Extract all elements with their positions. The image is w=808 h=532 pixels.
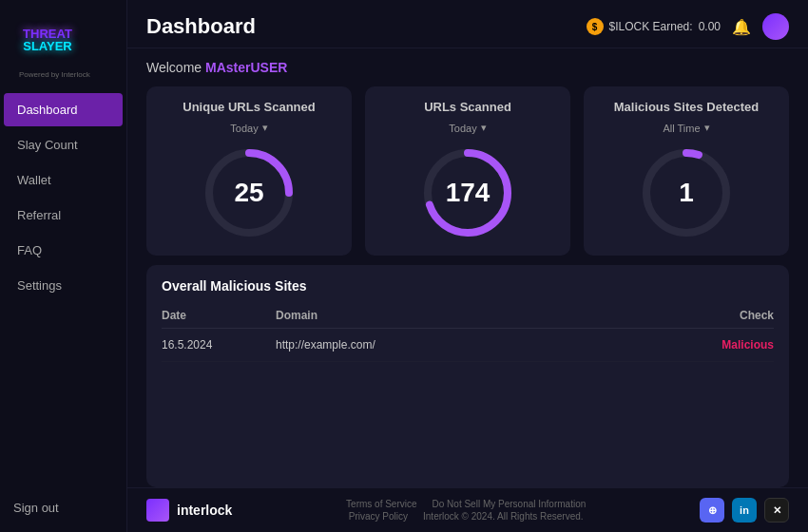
- table-header: Date Domain Check: [162, 303, 774, 329]
- main-content: Dashboard $ $ILOCK Earned: 0.00 🔔 Welcom…: [127, 0, 808, 532]
- linkedin-button[interactable]: in: [732, 498, 757, 522]
- stat-card-urls: URLs Scanned Today ▾ 174: [365, 86, 570, 256]
- ilock-earned: $ $ILOCK Earned: 0.00: [587, 18, 721, 35]
- table-row: 16.5.2024 http://example.com/ Malicious: [162, 329, 774, 362]
- powered-by-label: Powered by Interlock: [10, 68, 117, 86]
- stat-filter-unique-urls[interactable]: Today ▾: [230, 122, 267, 134]
- welcome-message: Welcome MAsterUSER: [127, 48, 808, 83]
- stat-title-unique-urls: Unique URLs Scanned: [183, 100, 315, 114]
- footer-logo-icon: [146, 499, 169, 522]
- x-button[interactable]: ✕: [764, 498, 789, 522]
- footer-socials: ⊕ in ✕: [700, 498, 789, 522]
- chevron-down-icon: ▾: [481, 122, 487, 134]
- malicious-sites-title: Overall Malicious Sites: [162, 278, 774, 294]
- welcome-username: MAsterUSER: [205, 60, 287, 75]
- bell-icon[interactable]: 🔔: [732, 18, 751, 36]
- header: Dashboard $ $ILOCK Earned: 0.00 🔔: [127, 0, 808, 48]
- stat-filter-malicious[interactable]: All Time ▾: [663, 122, 709, 134]
- terms-link[interactable]: Terms of Service: [346, 499, 416, 509]
- stat-value-malicious: 1: [679, 178, 694, 208]
- welcome-prefix: Welcome: [146, 60, 205, 75]
- stat-card-unique-urls: Unique URLs Scanned Today ▾ 25: [146, 86, 352, 256]
- col-header-check: Check: [698, 309, 774, 322]
- header-right: $ $ILOCK Earned: 0.00 🔔: [587, 13, 789, 40]
- col-header-domain: Domain: [276, 309, 698, 322]
- footer: interlock Terms of Service Do Not Sell M…: [127, 487, 808, 532]
- chevron-down-icon: ▾: [704, 122, 710, 134]
- ilock-value: 0.00: [699, 20, 721, 33]
- chevron-down-icon: ▾: [262, 122, 268, 134]
- stat-circle-unique-urls: 25: [202, 145, 297, 240]
- sidebar-item-wallet[interactable]: Wallet: [4, 163, 123, 197]
- cell-date: 16.5.2024: [162, 338, 276, 352]
- malicious-sites-section: Overall Malicious Sites Date Domain Chec…: [146, 265, 789, 487]
- cell-check: Malicious: [698, 338, 774, 352]
- stat-filter-urls[interactable]: Today ▾: [449, 122, 486, 134]
- stat-value-urls: 174: [446, 178, 491, 208]
- stat-title-urls: URLs Scanned: [424, 100, 511, 114]
- stat-title-malicious: Malicious Sites Detected: [614, 100, 759, 114]
- ilock-label: $ILOCK Earned:: [609, 20, 693, 33]
- footer-brand-name: interlock: [177, 503, 232, 518]
- nav-menu: Dashboard Slay Count Wallet Referral FAQ…: [0, 92, 126, 491]
- col-header-date: Date: [162, 309, 276, 322]
- privacy-link[interactable]: Privacy Policy: [349, 511, 408, 522]
- footer-brand: interlock: [146, 499, 232, 522]
- avatar[interactable]: [762, 13, 789, 40]
- sidebar-item-settings[interactable]: Settings: [4, 269, 123, 302]
- sidebar-item-faq[interactable]: FAQ: [4, 234, 123, 267]
- logo-area: THREAT SLAYER Powered by Interlock: [0, 0, 126, 92]
- footer-links-2: Privacy Policy Interlock © 2024. All Rig…: [349, 511, 584, 522]
- sign-out-button[interactable]: Sign out: [0, 491, 126, 524]
- cell-domain: http://example.com/: [276, 338, 698, 352]
- discord-button[interactable]: ⊕: [700, 498, 724, 522]
- stat-circle-malicious: 1: [639, 145, 734, 240]
- sidebar: THREAT SLAYER Powered by Interlock Dashb…: [0, 0, 127, 532]
- logo-slayer: SLAYER: [23, 40, 72, 52]
- copyright-text: Interlock © 2024. All Rights Reserved.: [423, 511, 584, 522]
- page-title: Dashboard: [146, 14, 256, 39]
- stat-value-unique-urls: 25: [234, 178, 263, 208]
- do-not-sell-link[interactable]: Do Not Sell My Personal Information: [433, 499, 587, 509]
- sidebar-item-dashboard[interactable]: Dashboard: [4, 93, 123, 126]
- sidebar-item-slay-count[interactable]: Slay Count: [4, 128, 123, 162]
- stat-card-malicious: Malicious Sites Detected All Time ▾ 1: [584, 86, 789, 256]
- stat-circle-urls: 174: [420, 145, 515, 240]
- ilock-coin-icon: $: [587, 18, 604, 35]
- sidebar-item-referral[interactable]: Referral: [4, 199, 123, 232]
- logo: THREAT SLAYER: [10, 11, 86, 68]
- stats-row: Unique URLs Scanned Today ▾ 25 URLs Scan…: [127, 83, 808, 265]
- footer-links: Terms of Service Do Not Sell My Personal…: [346, 499, 586, 509]
